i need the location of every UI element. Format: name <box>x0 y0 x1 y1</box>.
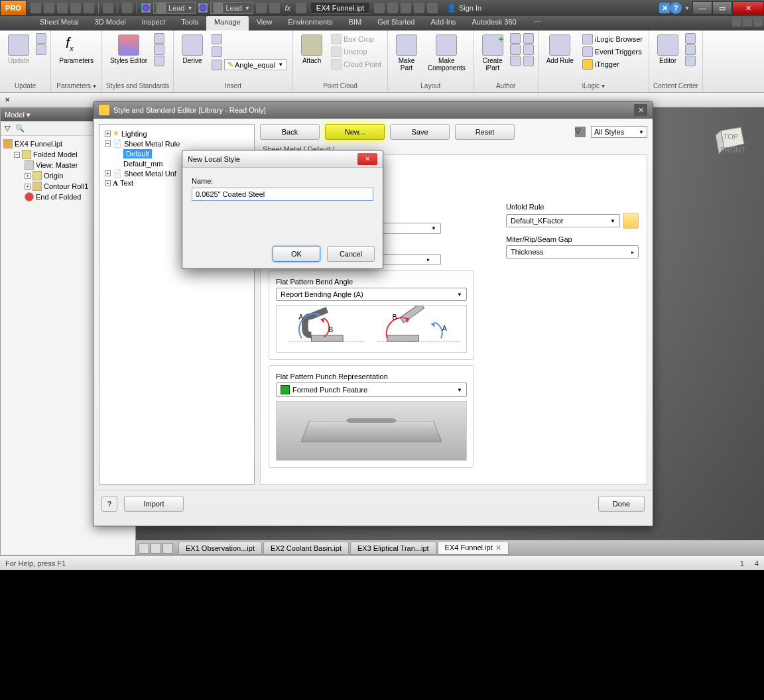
qat-home-icon[interactable] <box>103 3 113 13</box>
appearance-swatch-icon[interactable] <box>198 3 208 13</box>
expand-icon[interactable]: + <box>105 180 111 186</box>
qat-adjust-icon[interactable] <box>256 3 267 13</box>
style-filter-dropdown[interactable]: All Styles▼ <box>591 126 647 138</box>
filter-icon[interactable]: ▽ <box>575 127 586 137</box>
save-styles-icon[interactable] <box>154 33 164 44</box>
uncrop-button[interactable]: Uncrop <box>329 46 383 58</box>
mdi-close-icon[interactable] <box>753 17 763 27</box>
qat-key2-icon[interactable] <box>401 3 411 13</box>
author-icon-6[interactable] <box>523 56 534 66</box>
tab-3d-model[interactable]: 3D Model <box>87 16 134 30</box>
expand-icon[interactable]: + <box>105 170 111 176</box>
tab-add-ins[interactable]: Add-Ins <box>422 16 464 30</box>
qat-save-icon[interactable] <box>57 3 68 13</box>
qat-clear-icon[interactable] <box>269 3 280 13</box>
author-icon-1[interactable] <box>510 33 521 44</box>
content-icon-2[interactable] <box>685 44 696 55</box>
material-dropdown-1[interactable]: Lead ▼ <box>153 2 196 14</box>
tab-bim[interactable]: BIM <box>341 16 370 30</box>
add-rule-button[interactable]: Add Rule <box>542 33 578 66</box>
content-icon-1[interactable] <box>685 33 696 44</box>
update-mass-icon[interactable] <box>36 44 46 55</box>
tab-layout-icon-3[interactable] <box>162 543 173 554</box>
done-button[interactable]: Done <box>598 496 645 512</box>
punch-dropdown[interactable]: Formed Punch Feature▼ <box>276 382 467 397</box>
make-components-button[interactable]: Make Components <box>424 33 470 73</box>
doc-tab-0[interactable]: EX1 Observation...ipt <box>178 542 262 555</box>
qat-undo-icon[interactable] <box>70 3 81 13</box>
collapse-icon[interactable]: − <box>105 141 111 146</box>
search-icon[interactable]: 🔍 <box>15 124 25 133</box>
ok-button[interactable]: OK <box>273 246 320 262</box>
update-button[interactable]: Update <box>4 33 33 66</box>
doc-tab-3[interactable]: EX4 Funnel.ipt✕ <box>438 541 509 555</box>
ilogic-browser-button[interactable]: iLogic Browser <box>580 33 645 45</box>
modal-close-button[interactable]: ✕ <box>357 153 377 165</box>
update-styles-icon[interactable] <box>154 44 164 55</box>
qat-new-icon[interactable] <box>31 3 41 13</box>
filter-icon[interactable]: ▽ <box>5 124 10 133</box>
x-icon[interactable]: ✕ <box>659 3 670 13</box>
derive-button[interactable]: Derive <box>178 33 207 66</box>
author-icon-3[interactable] <box>510 56 521 66</box>
box-crop-button[interactable]: Box Crop <box>329 33 383 45</box>
tab-manage[interactable]: Manage <box>206 16 249 30</box>
bend-angle-dropdown[interactable]: Report Bending Angle (A)▼ <box>276 288 467 301</box>
close-tab-icon[interactable]: ✕ <box>495 544 501 552</box>
import-button[interactable]: Import <box>124 496 184 512</box>
tab-get-started[interactable]: Get Started <box>369 16 422 30</box>
save-button[interactable]: Save <box>390 124 450 140</box>
qat-search-icon[interactable] <box>374 3 385 13</box>
signin-button[interactable]: 👤 Sign In <box>442 4 487 13</box>
style-tree-lighting[interactable]: +☀Lighting <box>103 129 250 139</box>
view-cube[interactable]: TOP FRONT <box>711 121 751 160</box>
maximize-button[interactable]: ▭ <box>712 1 732 15</box>
itrigger-button[interactable]: iTrigger <box>580 58 645 70</box>
insert-object-button[interactable] <box>210 33 288 45</box>
create-ipart-button[interactable]: + Create iPart <box>478 33 507 73</box>
fx-icon[interactable]: fx <box>283 3 293 13</box>
edit-unfold-button[interactable] <box>623 213 639 229</box>
help-icon[interactable]: ? <box>670 2 682 14</box>
import-button[interactable] <box>210 46 288 58</box>
tab-sheet-metal[interactable]: Sheet Metal <box>32 16 87 30</box>
style-dialog-titlebar[interactable]: Style and Standard Editor [Library - Rea… <box>94 101 653 119</box>
collapse-icon[interactable]: − <box>14 152 20 158</box>
content-editor-button[interactable]: Editor <box>653 33 682 66</box>
chevron-down-icon[interactable]: ▼ <box>682 5 692 11</box>
qat-open-icon[interactable] <box>44 3 54 13</box>
cloud-point-button[interactable]: Cloud Point <box>329 58 383 70</box>
tab-view[interactable]: View <box>249 16 281 30</box>
author-icon-4[interactable] <box>523 33 534 44</box>
parameters-button[interactable]: fx Parameters <box>55 33 97 66</box>
tab-environments[interactable]: Environments <box>280 16 340 30</box>
tab-tools[interactable]: Tools <box>173 16 206 30</box>
insert-ifeature-button[interactable]: ✎Angle_equal▼ <box>210 58 288 71</box>
mdi-restore-icon[interactable] <box>743 17 752 27</box>
make-part-button[interactable]: Make Part <box>392 33 421 73</box>
close-button[interactable]: ✕ <box>732 1 764 15</box>
doc-tab-2[interactable]: EX3 Eliptical Tran...ipt <box>350 542 436 555</box>
modal-titlebar[interactable]: New Local Style ✕ <box>182 150 383 168</box>
author-icon-2[interactable] <box>510 44 521 55</box>
close-panel-icon[interactable]: ✕ <box>3 95 12 105</box>
style-dialog-close-button[interactable]: ✕ <box>634 104 647 116</box>
event-triggers-button[interactable]: Event Triggers <box>580 46 645 58</box>
expand-icon[interactable]: + <box>25 184 31 190</box>
angle-dropdown[interactable]: ✎Angle_equal▼ <box>224 59 286 70</box>
purge-styles-icon[interactable] <box>154 56 164 66</box>
doc-tab-1[interactable]: EX2 Coolant Basin.ipt <box>263 542 349 555</box>
qat-key-icon[interactable] <box>387 3 398 13</box>
attach-button[interactable]: Attach <box>297 33 326 66</box>
tab-inspect[interactable]: Inspect <box>134 16 173 30</box>
title-doc-tab[interactable]: EX4 Funnel.ipt <box>310 2 370 14</box>
material-dropdown-2[interactable]: Lead ▼ <box>210 2 253 14</box>
mdi-minimize-icon[interactable] <box>732 17 741 27</box>
expand-icon[interactable]: + <box>105 131 111 137</box>
minimize-button[interactable]: — <box>692 1 712 15</box>
back-button[interactable]: Back <box>260 124 320 140</box>
tab-layout-icon-2[interactable] <box>151 543 161 554</box>
unfold-rule-dropdown[interactable]: Default_KFactor▼ <box>506 214 620 227</box>
cancel-button[interactable]: Cancel <box>327 246 375 262</box>
styles-editor-button[interactable]: Styles Editor <box>106 33 151 66</box>
